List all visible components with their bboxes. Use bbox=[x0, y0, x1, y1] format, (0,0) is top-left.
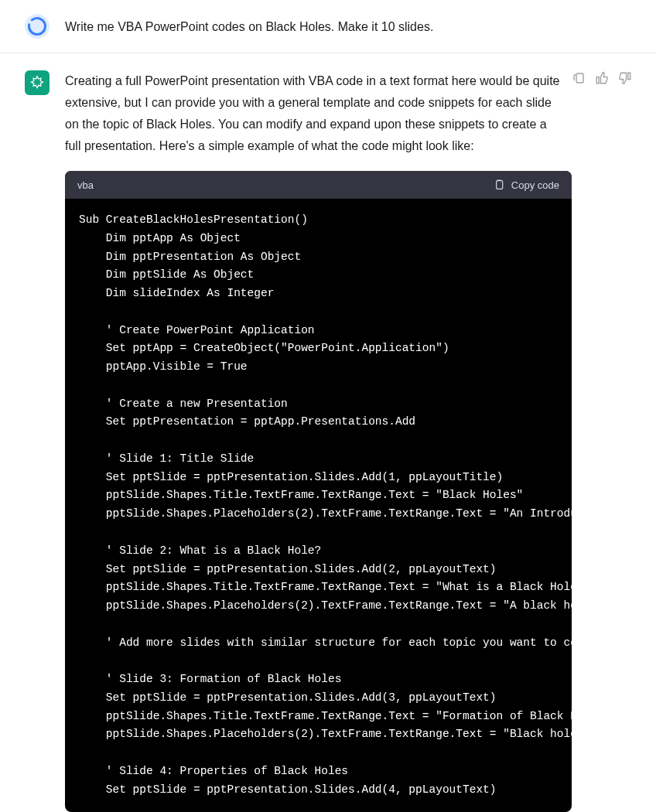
thumbs-down-button[interactable] bbox=[617, 70, 633, 86]
user-message-content: Write me VBA PowerPoint codes on Black H… bbox=[65, 14, 641, 39]
code-content[interactable]: Sub CreateBlackHolesPresentation() Dim p… bbox=[65, 199, 572, 812]
user-logo-icon bbox=[26, 15, 48, 37]
copy-code-button[interactable]: Copy code bbox=[493, 179, 559, 191]
code-language-label: vba bbox=[77, 179, 94, 191]
assistant-message-content: Creating a full PowerPoint presentation … bbox=[65, 70, 641, 812]
svg-rect-2 bbox=[497, 181, 503, 189]
thumbs-up-icon bbox=[595, 71, 609, 85]
code-block: vba Copy code Sub CreateBlackHolesPresen… bbox=[65, 171, 572, 812]
assistant-message-text: Creating a full PowerPoint presentation … bbox=[65, 70, 560, 157]
response-actions bbox=[571, 70, 633, 86]
svg-rect-1 bbox=[576, 73, 583, 83]
user-message-row: Write me VBA PowerPoint codes on Black H… bbox=[0, 0, 656, 53]
assistant-message-row: Creating a full PowerPoint presentation … bbox=[0, 53, 656, 812]
user-avatar bbox=[25, 14, 50, 39]
clipboard-icon bbox=[572, 71, 586, 85]
thumbs-down-icon bbox=[618, 71, 632, 85]
thumbs-up-button[interactable] bbox=[594, 70, 610, 86]
clipboard-icon bbox=[493, 179, 505, 191]
user-message-text: Write me VBA PowerPoint codes on Black H… bbox=[65, 14, 641, 37]
copy-response-button[interactable] bbox=[571, 70, 586, 86]
copy-code-label: Copy code bbox=[511, 179, 559, 191]
svg-point-0 bbox=[29, 19, 46, 35]
code-header: vba Copy code bbox=[65, 171, 572, 199]
openai-logo-icon bbox=[29, 75, 45, 90]
assistant-avatar bbox=[25, 70, 50, 95]
